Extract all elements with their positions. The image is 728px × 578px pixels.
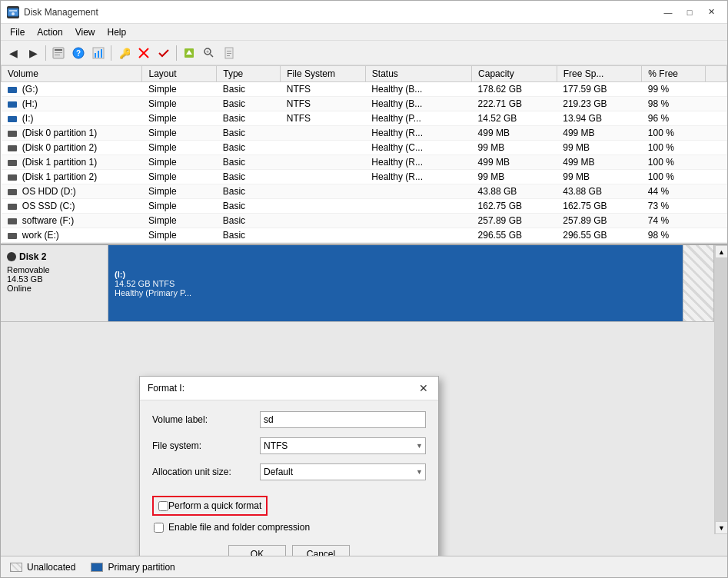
toolbar-sep3 [176,45,177,61]
col-capacity[interactable]: Capacity [472,66,557,82]
format-dialog: Format I: ✕ Volume label: [139,376,439,556]
cell-layout: Simple [142,170,217,184]
menu-view[interactable]: View [69,25,101,39]
cell-free: 257.89 GB [557,214,642,228]
toolbar: ◀ ▶ ? 🔑 + [1,41,727,65]
toolbar-key-button[interactable]: 🔑 [115,44,133,62]
cell-volume: (I:) [2,111,142,126]
table-row[interactable]: (Disk 0 partition 2) Simple Basic Health… [2,141,727,155]
cell-layout: Simple [142,82,217,97]
table-row[interactable]: work (E:) Simple Basic 296.55 GB 296.55 … [2,228,727,243]
cell-capacity: 178.62 GB [472,82,557,97]
cell-volume: software (F:) [2,214,142,228]
disk-table-container: Volume Layout Type File System Status Ca… [1,65,727,244]
cell-type: Basic [217,97,281,111]
toolbar-forward-button[interactable]: ▶ [24,44,42,62]
cell-layout: Simple [142,199,217,214]
maximize-button[interactable]: □ [680,5,700,20]
menu-help[interactable]: Help [101,25,133,39]
legend-primary-swatch [91,563,103,572]
filesystem-select[interactable]: NTFS FAT32 exFAT [260,437,426,454]
menu-file[interactable]: File [4,25,31,39]
title-bar: Disk Management — □ ✕ [1,1,727,24]
cancel-button[interactable]: Cancel [292,545,350,556]
disk-icon [8,233,17,239]
alloc-unit-select[interactable]: Default 512 1024 2048 4096 [260,463,426,480]
legend-unallocated-swatch [10,563,22,572]
col-layout[interactable]: Layout [142,66,217,82]
table-row[interactable]: (Disk 1 partition 1) Simple Basic Health… [2,155,727,170]
cell-filesystem [281,126,366,141]
table-row[interactable]: OS HDD (D:) Simple Basic 43.88 GB 43.88 … [2,184,727,199]
dialog-title-bar: Format I: ✕ [140,377,438,400]
toolbar-delete-button[interactable] [135,44,153,62]
cell-capacity: 43.88 GB [472,184,557,199]
toolbar-up-button[interactable] [180,44,198,62]
toolbar-chart-button[interactable] [89,44,108,62]
cell-type: Basic [217,126,281,141]
cell-extra [706,141,727,155]
window: Disk Management — □ ✕ File Action View H… [0,0,728,578]
minimize-button[interactable]: — [658,5,678,20]
toolbar-zoom-button[interactable]: + [200,44,218,62]
table-row[interactable]: (Disk 0 partition 1) Simple Basic Health… [2,126,727,141]
quick-format-checkbox[interactable] [158,501,168,511]
cell-volume: (Disk 1 partition 2) [2,170,142,184]
cell-status [365,214,471,228]
cell-extra [706,111,727,126]
col-pct[interactable]: % Free [642,66,706,82]
cell-pct: 100 % [642,155,706,170]
svg-rect-24 [227,55,230,56]
col-free[interactable]: Free Sp... [557,66,642,82]
cell-capacity: 99 MB [472,141,557,155]
svg-rect-22 [227,51,231,51]
table-row[interactable]: (Disk 1 partition 2) Simple Basic Health… [2,170,727,184]
svg-rect-12 [101,49,102,58]
toolbar-properties-button[interactable] [49,44,68,62]
cell-filesystem [281,170,366,184]
cell-free: 162.75 GB [557,199,642,214]
dialog-close-button[interactable]: ✕ [417,381,430,395]
cell-pct: 99 % [642,82,706,97]
disk-table: Volume Layout Type File System Status Ca… [1,65,727,243]
close-button[interactable]: ✕ [701,5,721,20]
cell-type: Basic [217,155,281,170]
toolbar-check-button[interactable] [155,44,173,62]
cell-pct: 73 % [642,199,706,214]
table-row[interactable]: software (F:) Simple Basic 257.89 GB 257… [2,214,727,228]
table-row[interactable]: (G:) Simple Basic NTFS Healthy (B... 178… [2,82,727,97]
ok-button[interactable]: OK [228,545,286,556]
dialog-buttons: OK Cancel [152,539,426,556]
cell-filesystem [281,214,366,228]
cell-layout: Simple [142,214,217,228]
toolbar-help-button[interactable]: ? [69,44,88,62]
cell-pct: 44 % [642,184,706,199]
menu-action[interactable]: Action [31,25,68,39]
window-controls: — □ ✕ [658,5,721,20]
compression-checkbox[interactable] [154,523,164,533]
cell-type: Basic [217,82,281,97]
col-volume[interactable]: Volume [2,66,142,82]
table-row[interactable]: (H:) Simple Basic NTFS Healthy (B... 222… [2,97,727,111]
col-type[interactable]: Type [217,66,281,82]
cell-type: Basic [217,228,281,243]
toolbar-doc-button[interactable] [220,44,238,62]
quick-format-label[interactable]: Perform a quick format [168,500,261,511]
cell-pct: 98 % [642,97,706,111]
cell-pct: 100 % [642,126,706,141]
toolbar-back-button[interactable]: ◀ [4,44,22,62]
cell-status [365,184,471,199]
table-row[interactable]: OS SSD (C:) Simple Basic 162.75 GB 162.7… [2,199,727,214]
table-row[interactable]: (I:) Simple Basic NTFS Healthy (P... 14.… [2,111,727,126]
cell-volume: OS SSD (C:) [2,199,142,214]
dialog-body: Volume label: File system: NTFS [140,400,438,556]
col-filesystem[interactable]: File System [281,66,366,82]
window-title: Disk Management [24,7,658,18]
cell-capacity: 162.75 GB [472,199,557,214]
col-status[interactable]: Status [365,66,471,82]
volume-label-input[interactable] [260,411,426,428]
disk-icon [8,189,17,195]
cell-capacity: 222.71 GB [472,97,557,111]
compression-label[interactable]: Enable file and folder compression [168,522,310,533]
menu-bar: File Action View Help [1,24,727,41]
